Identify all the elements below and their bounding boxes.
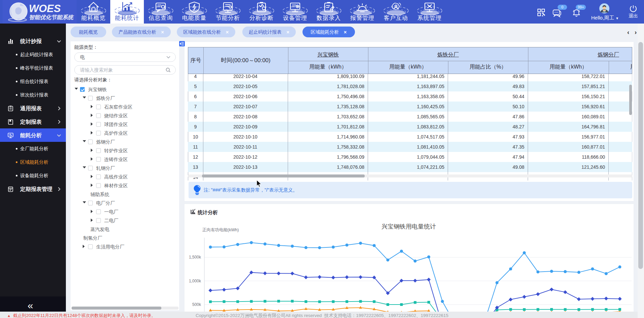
svg-text:1,500k: 1,500k [189, 255, 201, 260]
svg-text:智能优化节能系统: 智能优化节能系统 [29, 14, 74, 20]
svg-text:500k: 500k [192, 302, 201, 307]
svg-text:1,000k: 1,000k [189, 279, 201, 283]
svg-text:兴宝钢铁用电量统计: 兴宝钢铁用电量统计 [381, 223, 436, 230]
svg-text:正向有功电能(kWh): 正向有功电能(kWh) [202, 228, 239, 232]
svg-text:WOES: WOES [29, 3, 61, 14]
